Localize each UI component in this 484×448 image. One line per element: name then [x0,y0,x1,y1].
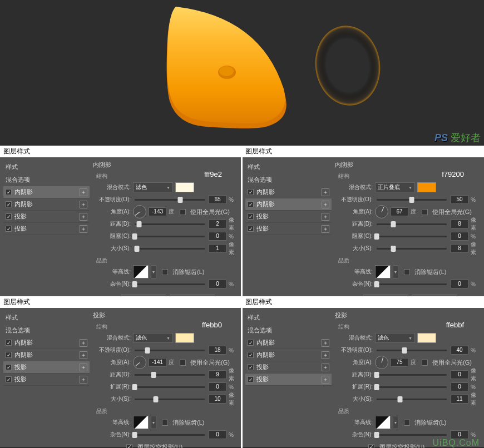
distance-slider[interactable] [377,374,447,376]
effect-checkbox[interactable] [6,376,12,382]
effect-checkbox[interactable] [248,352,254,358]
chevron-down-icon[interactable]: ▼ [393,416,398,429]
blend-mode-select[interactable]: 滤色▼ [133,182,173,192]
effect-list-item[interactable]: 内阴影 ＋ [3,349,90,361]
styles-header[interactable]: 样式 [3,161,90,173]
size-slider[interactable] [135,399,205,400]
size-slider[interactable] [135,248,205,250]
chevron-down-icon[interactable]: ▼ [151,416,156,429]
opacity-slider[interactable] [377,350,447,351]
opacity-slider[interactable] [377,199,447,201]
size-value[interactable]: 1 [209,244,226,253]
effect-list-item[interactable]: 投影 ＋ [3,211,90,223]
knockout-checkbox[interactable] [126,444,132,449]
angle-value[interactable]: 67 [391,207,408,216]
effect-list-item[interactable]: 内阴影 ＋ [245,349,332,361]
styles-header[interactable]: 样式 [3,311,90,324]
noise-slider[interactable] [135,283,205,285]
knockout-checkbox[interactable] [368,444,374,449]
add-effect-icon[interactable]: ＋ [322,364,329,371]
effect-list-item[interactable]: 投影 ＋ [245,211,332,223]
color-swatch[interactable] [175,333,194,343]
distance-value[interactable]: 0 [451,370,468,379]
add-effect-icon[interactable]: ＋ [322,188,329,196]
choke-slider[interactable] [377,236,447,237]
add-effect-icon[interactable]: ＋ [80,339,87,347]
spread-slider[interactable] [135,386,205,388]
choke-value[interactable]: 0 [451,232,468,241]
effect-list-item[interactable]: 内阴影 ＋ [245,186,332,198]
noise-value[interactable]: 0 [209,430,226,439]
add-effect-icon[interactable]: ＋ [80,376,87,384]
effect-list-item[interactable]: 内阴影 ＋ [245,198,332,211]
size-slider[interactable] [377,248,447,250]
effect-list-item[interactable]: 投影 ＋ [3,223,90,235]
opacity-value[interactable]: 40 [451,346,468,355]
effect-checkbox[interactable] [248,201,254,207]
blending-options[interactable]: 混合选项 [3,173,90,186]
color-swatch[interactable] [175,182,194,192]
opacity-value[interactable]: 50 [451,195,468,204]
add-effect-icon[interactable]: ＋ [80,351,87,359]
angle-value[interactable]: 75 [391,358,408,367]
spread-slider[interactable] [377,386,447,388]
angle-dial[interactable] [375,205,388,218]
blending-options[interactable]: 混合选项 [245,324,332,337]
effect-list-item[interactable]: 投影 ＋ [245,223,332,235]
antialias-checkbox[interactable] [404,269,410,275]
antialias-checkbox[interactable] [404,420,410,426]
distance-value[interactable]: 9 [209,370,226,379]
add-effect-icon[interactable]: ＋ [80,188,87,196]
global-light-checkbox[interactable] [180,209,186,215]
choke-value[interactable]: 0 [209,232,226,241]
effect-checkbox[interactable] [6,364,12,370]
effect-checkbox[interactable] [248,376,254,382]
effect-checkbox[interactable] [248,226,254,232]
spread-value[interactable]: 0 [451,382,468,391]
size-value[interactable]: 10 [209,395,226,404]
angle-value[interactable]: -143 [149,207,166,216]
effect-checkbox[interactable] [248,340,254,346]
effect-list-item[interactable]: 投影 ＋ [245,361,332,374]
add-effect-icon[interactable]: ＋ [322,225,329,233]
add-effect-icon[interactable]: ＋ [80,213,87,221]
contour-picker[interactable] [133,265,149,278]
distance-slider[interactable] [135,374,205,376]
effect-list-item[interactable]: 投影 ＋ [245,374,332,386]
styles-header[interactable]: 样式 [245,161,332,173]
effect-checkbox[interactable] [6,226,12,232]
add-effect-icon[interactable]: ＋ [80,201,87,208]
add-effect-icon[interactable]: ＋ [322,351,329,359]
add-effect-icon[interactable]: ＋ [80,225,87,233]
effect-checkbox[interactable] [6,352,12,358]
effect-checkbox[interactable] [6,213,12,220]
styles-header[interactable]: 样式 [245,311,332,324]
global-light-checkbox[interactable] [180,360,186,366]
noise-value[interactable]: 0 [451,280,468,288]
angle-dial[interactable] [133,205,146,218]
noise-slider[interactable] [135,434,205,436]
effect-checkbox[interactable] [6,201,12,207]
blend-mode-select[interactable]: 滤色▼ [375,333,415,343]
blend-mode-select[interactable]: 正片叠底▼ [375,182,415,192]
opacity-value[interactable]: 65 [209,195,226,204]
choke-slider[interactable] [135,236,205,237]
distance-slider[interactable] [135,223,205,225]
add-effect-icon[interactable]: ＋ [322,201,329,208]
size-value[interactable]: 11 [451,395,468,404]
add-effect-icon[interactable]: ＋ [322,376,329,384]
effect-checkbox[interactable] [6,340,12,346]
noise-slider[interactable] [377,283,447,285]
opacity-value[interactable]: 18 [209,346,226,355]
contour-picker[interactable] [133,416,149,429]
effect-list-item[interactable]: 投影 ＋ [3,361,90,374]
size-slider[interactable] [377,399,447,400]
effect-list-item[interactable]: 内阴影 ＋ [3,186,90,198]
effect-list-item[interactable]: 内阴影 ＋ [245,337,332,349]
distance-slider[interactable] [377,223,447,225]
color-swatch[interactable] [417,182,436,192]
blend-mode-select[interactable]: 滤色▼ [133,333,173,343]
add-effect-icon[interactable]: ＋ [80,364,87,371]
blending-options[interactable]: 混合选项 [3,324,90,337]
global-light-checkbox[interactable] [422,360,428,366]
